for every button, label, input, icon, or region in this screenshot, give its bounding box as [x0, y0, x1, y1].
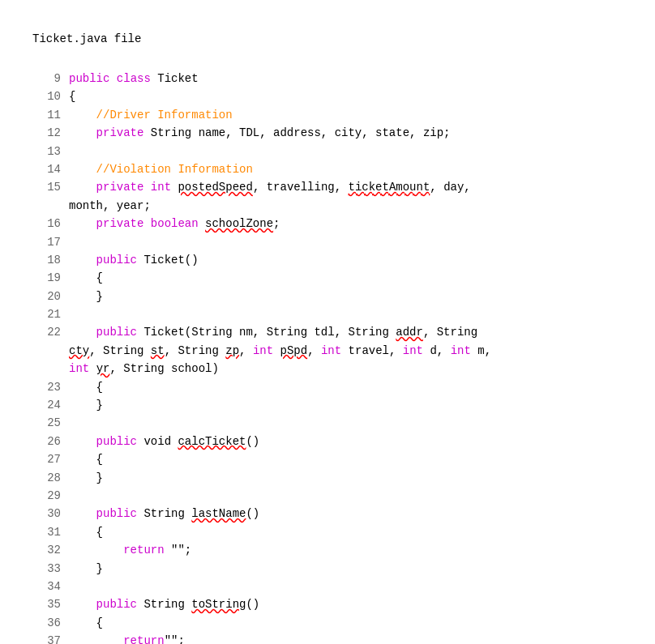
line-number: 23	[32, 378, 61, 396]
code-line: int yr, String school)	[32, 360, 623, 377]
line-number: 17	[32, 233, 61, 251]
code-line: month, year;	[32, 197, 623, 215]
code-line: 19 {	[32, 269, 623, 287]
code-block: 9 public class Ticket 10 { 11 //Driver I…	[32, 70, 623, 644]
line-content: }	[69, 469, 623, 487]
line-number: 32	[32, 541, 61, 559]
file-title: Ticket.java file	[32, 32, 623, 45]
line-number	[32, 342, 61, 360]
line-number: 28	[32, 469, 61, 487]
code-line: 30 public String lastName()	[32, 505, 623, 522]
line-number: 31	[32, 523, 61, 541]
line-number: 19	[32, 269, 61, 287]
line-content: return"";	[69, 632, 623, 644]
code-line: 29	[32, 487, 623, 505]
line-content	[69, 487, 623, 505]
line-content: public Ticket()	[69, 251, 623, 269]
line-number: 16	[32, 215, 61, 232]
code-line: 11 //Driver Information	[32, 106, 623, 124]
line-number: 37	[32, 632, 61, 644]
line-content: public Ticket(String nm, String tdl, Str…	[69, 323, 623, 341]
line-number: 14	[32, 160, 61, 178]
line-number: 34	[32, 578, 61, 595]
code-line: 37 return"";	[32, 632, 623, 644]
line-content: }	[69, 396, 623, 414]
line-content	[69, 414, 623, 432]
code-line: 13	[32, 143, 623, 160]
line-number: 9	[32, 70, 61, 87]
line-number: 33	[32, 560, 61, 578]
line-content: public String lastName()	[69, 505, 623, 522]
line-content	[69, 143, 623, 160]
line-content: {	[69, 87, 623, 105]
code-line: cty, String st, String zp, int pSpd, int…	[32, 342, 623, 360]
line-number: 25	[32, 414, 61, 432]
line-content: {	[69, 378, 623, 396]
code-line: 15 private int postedSpeed, travelling, …	[32, 178, 623, 196]
code-line: 14 //Violation Information	[32, 160, 623, 178]
code-line: 35 public String toString()	[32, 595, 623, 613]
line-content: //Violation Information	[69, 160, 623, 178]
line-content: private int postedSpeed, travelling, tic…	[69, 178, 623, 196]
line-content: month, year;	[69, 197, 623, 215]
line-number: 12	[32, 124, 61, 142]
code-line: 28 }	[32, 469, 623, 487]
line-number: 21	[32, 305, 61, 323]
line-number: 13	[32, 143, 61, 160]
code-line: 24 }	[32, 396, 623, 414]
line-number: 11	[32, 106, 61, 124]
line-number: 29	[32, 487, 61, 505]
line-number: 10	[32, 87, 61, 105]
line-content: {	[69, 269, 623, 287]
line-content: public class Ticket	[69, 70, 623, 87]
line-number: 20	[32, 288, 61, 305]
line-number	[32, 197, 61, 215]
line-content: {	[69, 450, 623, 468]
code-line: 10 {	[32, 87, 623, 105]
line-content	[69, 233, 623, 251]
line-content: cty, String st, String zp, int pSpd, int…	[69, 342, 623, 360]
code-line: 31 {	[32, 523, 623, 541]
code-line: 20 }	[32, 288, 623, 305]
line-content: {	[69, 523, 623, 541]
code-line: 34	[32, 578, 623, 595]
line-content: private String name, TDL, address, city,…	[69, 124, 623, 142]
line-content: //Driver Information	[69, 106, 623, 124]
code-line: 17	[32, 233, 623, 251]
code-line: 33 }	[32, 560, 623, 578]
line-content	[69, 305, 623, 323]
line-content: return "";	[69, 541, 623, 559]
line-content: int yr, String school)	[69, 360, 623, 377]
code-line: 16 private boolean schoolZone;	[32, 215, 623, 232]
line-number: 15	[32, 178, 61, 196]
code-line: 22 public Ticket(String nm, String tdl, …	[32, 323, 623, 341]
line-number	[32, 360, 61, 377]
line-content: public String toString()	[69, 595, 623, 613]
line-content: }	[69, 288, 623, 305]
code-line: 27 {	[32, 450, 623, 468]
code-line: 36 {	[32, 614, 623, 632]
line-number: 24	[32, 396, 61, 414]
line-content: public void calcTicket()	[69, 433, 623, 450]
code-line: 26 public void calcTicket()	[32, 433, 623, 450]
line-content	[69, 578, 623, 595]
line-number: 18	[32, 251, 61, 269]
line-number: 27	[32, 450, 61, 468]
code-line: 23 {	[32, 378, 623, 396]
line-content: {	[69, 614, 623, 632]
code-line: 9 public class Ticket	[32, 70, 623, 87]
line-number: 26	[32, 433, 61, 450]
line-number: 36	[32, 614, 61, 632]
code-line: 12 private String name, TDL, address, ci…	[32, 124, 623, 142]
line-number: 35	[32, 595, 61, 613]
code-container: Ticket.java file 9 public class Ticket 1…	[0, 16, 655, 644]
line-content: private boolean schoolZone;	[69, 215, 623, 232]
line-number: 22	[32, 323, 61, 341]
code-line: 21	[32, 305, 623, 323]
line-content: }	[69, 560, 623, 578]
code-line: 18 public Ticket()	[32, 251, 623, 269]
line-number: 30	[32, 505, 61, 522]
code-line: 32 return "";	[32, 541, 623, 559]
code-line: 25	[32, 414, 623, 432]
